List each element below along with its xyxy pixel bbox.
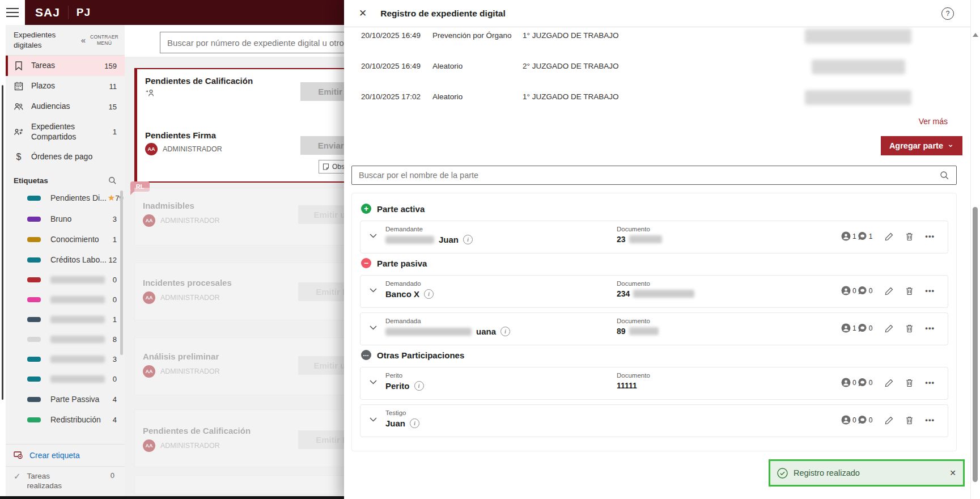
edit-icon[interactable] — [885, 378, 894, 387]
chat-count-icon[interactable] — [858, 378, 867, 387]
more-options-icon[interactable]: ••• — [925, 378, 935, 387]
search-icon[interactable] — [108, 176, 117, 185]
done-tasks-item[interactable]: ✓ Tareas realizadas 0 — [6, 466, 125, 496]
search-icon[interactable] — [940, 171, 949, 180]
sidebar-item-label: Tareas — [31, 61, 95, 71]
sidebar-tag[interactable]: 3 — [6, 349, 125, 369]
sidebar-item-plazos[interactable]: Plazos 11 — [6, 76, 125, 96]
chat-count: 0 — [869, 379, 873, 387]
party-row-demandante[interactable]: Demandante Juan i Documento 23 1 1 — [360, 221, 948, 253]
delete-icon[interactable] — [905, 416, 914, 425]
more-options-icon[interactable]: ••• — [925, 232, 935, 240]
avatar: AA — [143, 291, 155, 304]
toast-close-icon[interactable]: ✕ — [949, 468, 956, 477]
chat-count-icon[interactable] — [858, 415, 867, 425]
sidebar-tag[interactable]: 1 — [6, 310, 125, 329]
edit-icon[interactable] — [885, 232, 894, 241]
person-count-icon[interactable] — [841, 231, 851, 241]
sidebar-item-expedientes-compartidos[interactable]: Expedientes Compartidos 1 — [6, 117, 125, 147]
registry-court: 1° JUZGADO DE TRABAJO — [523, 31, 618, 40]
faded-task-card[interactable]: Incidentes procesales AA ADMINISTRADOR E… — [134, 263, 362, 320]
delete-icon[interactable] — [905, 378, 914, 387]
chat-count-icon[interactable] — [858, 231, 867, 241]
party-row-demandado[interactable]: Demandado Banco X i Documento 234 0 0 — [360, 275, 948, 308]
help-icon[interactable]: ? — [941, 7, 954, 20]
chevron-down-icon[interactable] — [370, 288, 377, 293]
app-window: SAJ PJ Expedientes digitales « CONTRAER … — [0, 0, 980, 499]
task-title: Incidentes procesales — [143, 278, 232, 287]
chevron-down-icon[interactable] — [370, 325, 377, 330]
person-count-icon[interactable] — [841, 378, 851, 387]
tags-scrollbar[interactable] — [120, 191, 123, 355]
sidebar-item-tareas[interactable]: Tareas 159 — [6, 56, 125, 76]
sidebar-tag[interactable]: Pendientes Di... ★ 79 — [6, 187, 125, 209]
tag-color-pill — [27, 257, 41, 263]
tag-count: 0 — [113, 276, 117, 284]
sidebar-scrollbar[interactable] — [2, 85, 3, 400]
labels-header: Etiquetas — [14, 176, 117, 185]
faded-task-card[interactable]: Pendientes de Calificación AA ADMINISTRA… — [134, 409, 362, 467]
person-count-icon[interactable] — [841, 323, 851, 333]
faded-task-card[interactable]: Inadmisibles AA ADMINISTRADOR Emitir un — [134, 188, 362, 246]
party-name: Banco X i — [385, 289, 434, 299]
person-count-icon[interactable] — [841, 415, 851, 425]
sidebar-item-count: 15 — [109, 103, 117, 111]
avatar: AA — [143, 214, 155, 227]
sidebar-tag[interactable]: 0 — [6, 369, 125, 389]
agregar-parte-button[interactable]: Agregar parte ⌄ — [881, 136, 962, 155]
documento-label: Documento — [617, 226, 650, 232]
party-role: Demandante — [385, 226, 423, 232]
person-count-icon[interactable] — [841, 286, 851, 295]
info-icon[interactable]: i — [414, 381, 424, 391]
sidebar-tag[interactable]: 0 — [6, 270, 125, 290]
sidebar-tag[interactable]: 0 — [6, 290, 125, 310]
chat-count-icon[interactable] — [858, 323, 867, 333]
more-options-icon[interactable]: ••• — [925, 324, 935, 332]
chat-count: 0 — [869, 287, 873, 295]
chevron-down-icon[interactable] — [370, 234, 377, 238]
info-icon[interactable]: i — [463, 235, 473, 244]
sidebar-item-ordenes-de-pago[interactable]: $ Órdenes de pago — [6, 147, 125, 167]
party-row-perito[interactable]: Perito Perito i Documento 11111 0 0 — [360, 367, 948, 400]
hamburger-menu-icon[interactable] — [0, 0, 25, 25]
info-icon[interactable]: i — [500, 327, 510, 336]
brand-saj: SAJ — [35, 6, 60, 19]
sidebar-tag[interactable]: Parte Passiva 4 — [6, 389, 125, 409]
documento-value: 234 — [617, 289, 694, 298]
delete-icon[interactable] — [905, 324, 914, 333]
sidebar-tag[interactable]: Conocimiento 1 — [6, 229, 125, 250]
chevron-down-icon[interactable] — [370, 417, 377, 422]
dots-circle-icon: ••• — [361, 350, 371, 360]
edit-icon[interactable] — [885, 416, 894, 425]
party-search-input[interactable]: Buscar por el nombre de la parte — [351, 166, 957, 185]
sidebar-tag[interactable]: Créditos Labo... 12 — [6, 250, 125, 270]
delete-icon[interactable] — [905, 232, 914, 241]
sidebar-tag[interactable]: Bruno 3 — [6, 209, 125, 229]
party-row-demandada[interactable]: Demandada uana i Documento 89 1 0 — [360, 312, 948, 345]
sidebar-tag[interactable]: Redistribución 4 — [6, 409, 125, 430]
more-options-icon[interactable]: ••• — [925, 416, 935, 424]
blurred-tag-label — [50, 336, 105, 343]
faded-task-card[interactable]: Análisis preliminar AA ADMINISTRADOR Emi… — [134, 337, 362, 395]
edit-icon[interactable] — [885, 324, 894, 333]
create-label-link[interactable]: Crear etiqueta — [6, 444, 125, 466]
info-icon[interactable]: i — [424, 289, 434, 299]
party-row-testigo[interactable]: Testigo Juan i 0 0 ••• — [360, 404, 948, 437]
ver-mas-link[interactable]: Ver más — [919, 117, 948, 126]
edit-icon[interactable] — [885, 286, 894, 295]
collapse-menu-button[interactable]: « CONTRAER MENÚ — [81, 34, 120, 46]
chevron-down-icon[interactable] — [370, 380, 377, 384]
close-icon[interactable]: ✕ — [359, 7, 367, 19]
more-options-icon[interactable]: ••• — [925, 286, 935, 295]
scrollbar-thumb[interactable] — [973, 207, 978, 482]
delete-icon[interactable] — [905, 286, 914, 295]
tag-plus-icon — [14, 451, 23, 459]
page-scrollbar[interactable] — [970, 0, 980, 499]
sidebar-tag[interactable]: 8 — [6, 329, 125, 349]
info-icon[interactable]: i — [410, 418, 419, 428]
people-icon — [14, 102, 24, 112]
sidebar-item-audiencias[interactable]: Audiencias 15 — [6, 96, 125, 117]
scroll-up-arrow[interactable] — [973, 33, 978, 37]
chat-count-icon[interactable] — [858, 286, 867, 295]
active-task-card[interactable]: Pendientes de Calificación Emitir D Pend… — [134, 68, 365, 183]
